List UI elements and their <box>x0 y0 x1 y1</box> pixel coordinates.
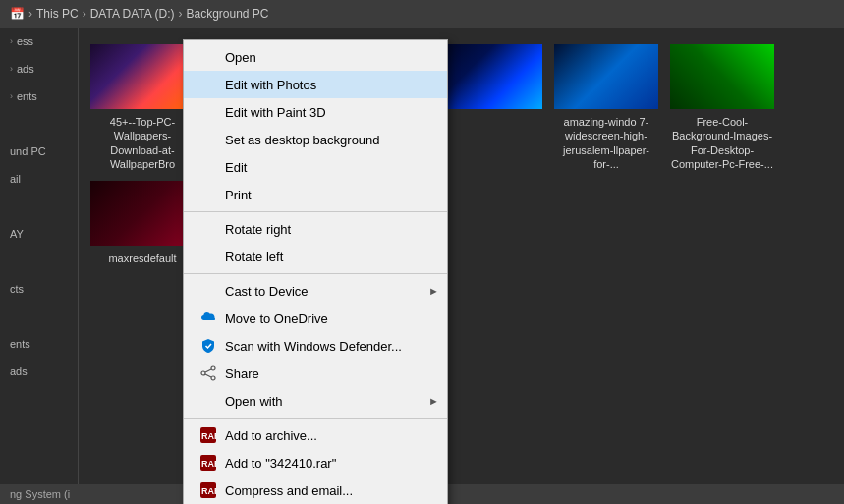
menu-item-open-with[interactable]: Open with ► <box>184 387 447 415</box>
context-menu: Open Edit with Photos Edit with Paint 3D… <box>183 39 448 504</box>
open-with-arrow: ► <box>428 395 439 407</box>
menu-item-print[interactable]: Print <box>184 181 447 208</box>
file-thumbnail-4 <box>552 42 660 111</box>
menu-item-compress-email[interactable]: RAR Compress and email... <box>184 476 447 504</box>
file-item-5[interactable]: Free-Cool-Background-Images-For-Desktop-… <box>668 42 776 171</box>
winrar-icon-1: RAR <box>199 426 217 444</box>
menu-label-edit: Edit <box>225 160 247 175</box>
file-label-4: amazing-windo 7-widescreen-high-jerusale… <box>552 115 660 171</box>
cast-icon <box>199 282 217 300</box>
breadcrumb-sep2: › <box>83 7 86 21</box>
open-icon <box>199 48 217 66</box>
menu-item-rotate-left[interactable]: Rotate left <box>184 243 447 270</box>
menu-item-set-desktop[interactable]: Set as desktop background <box>184 126 447 153</box>
sidebar: › ess › ads › ents und PC ail AY cts ent… <box>0 28 79 504</box>
rotate-right-icon <box>199 220 217 238</box>
photos-icon <box>199 76 217 93</box>
svg-point-0 <box>211 366 215 370</box>
menu-label-rotate-left: Rotate left <box>225 250 283 264</box>
file-thumbnail-3 <box>436 42 544 111</box>
menu-label-defender: Scan with Windows Defender... <box>225 339 402 354</box>
menu-item-edit-photos[interactable]: Edit with Photos <box>184 71 447 98</box>
menu-label-onedrive: Move to OneDrive <box>225 311 328 326</box>
file-item-4[interactable]: amazing-windo 7-widescreen-high-jerusale… <box>552 42 660 171</box>
svg-line-4 <box>205 374 211 377</box>
file-item-3[interactable] <box>436 42 544 171</box>
menu-label-add-archive: Add to archive... <box>225 428 317 443</box>
breadcrumb-icon: 📅 <box>10 7 25 21</box>
sidebar-item-background-pc[interactable]: und PC <box>0 138 78 165</box>
menu-item-open[interactable]: Open <box>184 43 447 71</box>
sidebar-item-ay[interactable]: AY <box>0 220 78 248</box>
menu-item-onedrive[interactable]: Move to OneDrive <box>184 305 447 332</box>
open-with-icon <box>199 392 217 410</box>
file-thumbnail-0 <box>88 42 197 111</box>
sidebar-arrow: › <box>10 36 13 46</box>
breadcrumb-drive[interactable]: DATA DATA (D:) <box>90 7 175 21</box>
menu-label-edit-paint3d: Edit with Paint 3D <box>225 105 326 120</box>
sidebar-item-3[interactable] <box>0 110 78 138</box>
breadcrumb-this-pc[interactable]: This PC <box>36 7 79 21</box>
menu-label-print: Print <box>225 188 252 202</box>
menu-label-open: Open <box>225 50 256 65</box>
thumbnail-image-6 <box>90 181 195 246</box>
file-item-0[interactable]: 45+--Top-PC-Wallpapers-Download-at-Wallp… <box>88 42 197 171</box>
thumbnail-image-0 <box>90 44 195 109</box>
thumbnail-image-3 <box>438 44 542 109</box>
winrar-icon-2: RAR <box>199 454 217 472</box>
file-label-5: Free-Cool-Background-Images-For-Desktop-… <box>668 115 776 171</box>
menu-label-compress-email: Compress and email... <box>225 483 353 498</box>
file-thumbnail-5 <box>668 42 776 111</box>
sidebar-label: ents <box>17 90 37 102</box>
sidebar-item-5[interactable] <box>0 193 78 220</box>
file-item-6[interactable]: maxresdefault <box>88 179 197 265</box>
menu-label-edit-photos: Edit with Photos <box>225 78 316 92</box>
sidebar-label: ads <box>17 63 34 75</box>
separator-3 <box>184 418 447 419</box>
sidebar-item-ads[interactable]: ads <box>0 358 78 385</box>
sidebar-label: ents <box>10 338 30 350</box>
sidebar-label: ail <box>10 173 21 185</box>
sidebar-item-ents[interactable]: ents <box>0 330 78 358</box>
desktop-icon <box>199 131 217 148</box>
breadcrumb-sep3: › <box>178 7 182 21</box>
breadcrumb-bar: 📅 › This PC › DATA DATA (D:) › Backgroun… <box>0 0 844 28</box>
svg-text:RAR: RAR <box>201 459 216 469</box>
menu-item-share[interactable]: Share <box>184 360 447 387</box>
menu-label-open-with: Open with <box>225 394 283 409</box>
menu-item-defender[interactable]: Scan with Windows Defender... <box>184 332 447 360</box>
cast-arrow: ► <box>428 285 439 297</box>
menu-item-rotate-right[interactable]: Rotate right <box>184 215 447 243</box>
sidebar-label: AY <box>10 228 24 240</box>
sidebar-item-2[interactable]: › ents <box>0 83 78 110</box>
breadcrumb-folder[interactable]: Background PC <box>186 7 268 21</box>
sidebar-label: und PC <box>10 145 46 157</box>
separator-2 <box>184 273 447 274</box>
svg-text:RAR: RAR <box>201 431 216 441</box>
menu-label-add-rar: Add to "342410.rar" <box>225 456 336 471</box>
sidebar-arrow: › <box>10 64 13 74</box>
sidebar-label: cts <box>10 283 24 295</box>
share-icon <box>199 364 217 382</box>
menu-item-add-archive[interactable]: RAR Add to archive... <box>184 421 447 449</box>
file-label-0: 45+--Top-PC-Wallpapers-Download-at-Wallp… <box>88 115 197 171</box>
menu-item-edit[interactable]: Edit <box>184 153 447 181</box>
sidebar-item-email[interactable]: ail <box>0 165 78 193</box>
file-label-6: maxresdefault <box>88 252 197 265</box>
menu-label-cast: Cast to Device <box>225 284 309 299</box>
edit-icon <box>199 158 217 176</box>
sidebar-item-1[interactable]: › ads <box>0 55 78 83</box>
menu-item-edit-paint3d[interactable]: Edit with Paint 3D <box>184 98 447 126</box>
menu-label-share: Share <box>225 366 259 381</box>
thumbnail-image-4 <box>554 44 658 109</box>
rotate-left-icon <box>199 248 217 265</box>
paint3d-icon <box>199 103 217 121</box>
sidebar-item-0[interactable]: › ess <box>0 28 78 55</box>
sidebar-item-6[interactable] <box>0 248 78 275</box>
sidebar-item-7[interactable] <box>0 303 78 330</box>
sidebar-item-cts[interactable]: cts <box>0 275 78 303</box>
print-icon <box>199 186 217 203</box>
winrar-icon-3: RAR <box>199 481 217 499</box>
menu-item-cast[interactable]: Cast to Device ► <box>184 277 447 305</box>
menu-item-add-rar[interactable]: RAR Add to "342410.rar" <box>184 449 447 476</box>
